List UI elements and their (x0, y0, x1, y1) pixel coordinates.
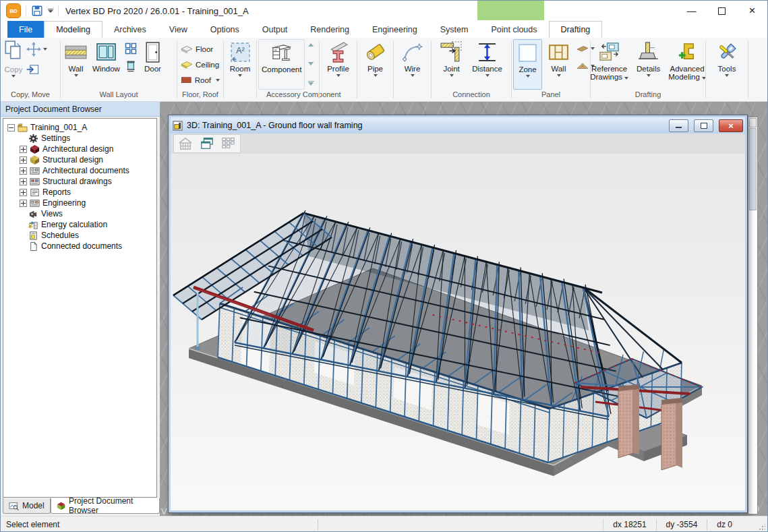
tree-item-structural-design[interactable]: Structural design (3, 154, 156, 165)
viewport-close-button[interactable]: × (719, 119, 743, 132)
details-button[interactable]: Details (634, 39, 663, 90)
tab-archives[interactable]: Archives (102, 21, 158, 38)
browser-tab-icon (57, 502, 65, 510)
expand-icon[interactable] (20, 189, 27, 196)
window-controls: — × (676, 1, 767, 21)
group-floor-roof: Floor Ceiling Roof Floor, Roof (177, 38, 223, 101)
component-button[interactable]: Component (258, 39, 305, 90)
tree-item-views[interactable]: Views (3, 208, 156, 219)
tree-item-reports[interactable]: Reports (3, 187, 156, 198)
tab-view[interactable]: View (158, 21, 199, 38)
resize-grip[interactable] (759, 524, 765, 531)
collapse-icon[interactable] (7, 124, 15, 131)
profile-button[interactable]: Profile (324, 39, 352, 90)
dropdown-arrow-icon (374, 74, 378, 77)
qat-customize-icon[interactable] (48, 9, 53, 13)
tree-item-structural-drawings[interactable]: Structural drawings (3, 176, 156, 187)
tree-item-energy-calculation[interactable]: Energy calculation (3, 219, 156, 230)
window-button[interactable]: Window (90, 39, 123, 90)
door-button[interactable]: Door (139, 39, 167, 90)
tab-point-clouds[interactable]: Point clouds (479, 21, 548, 38)
group-label: Accessory Component (257, 90, 319, 101)
roof-button[interactable]: Roof (179, 73, 222, 88)
tab-drafting[interactable]: Drafting (549, 21, 603, 38)
storey-view-button[interactable] (175, 136, 196, 152)
app-logo-icon[interactable]: BD (6, 3, 21, 18)
joint-button[interactable]: Joint (438, 39, 465, 90)
tree-item-settings[interactable]: Settings (3, 133, 156, 144)
window-grid-icon[interactable] (124, 42, 138, 55)
tree-item-connected-documents[interactable]: Connected documents (3, 241, 156, 252)
status-bar: Select element dx 18251 dy -3554 dz 0 (1, 516, 767, 532)
tab-system[interactable]: System (429, 21, 480, 38)
move-to-drawing-icon[interactable] (26, 63, 40, 76)
expand-icon[interactable] (20, 156, 27, 164)
architectural-design-icon (30, 144, 40, 154)
room-button[interactable]: A² Room (227, 39, 254, 90)
pipe-button[interactable]: Pipe (361, 39, 389, 90)
tree-item-schedules[interactable]: Schedules (3, 230, 156, 241)
tile-windows-button[interactable] (218, 136, 239, 152)
dropdown-arrow-icon (624, 77, 628, 80)
window-opening-icon[interactable] (124, 59, 138, 73)
new-window-button[interactable] (197, 136, 217, 152)
tree-item-engineering[interactable]: Engineering (3, 198, 156, 208)
scrollbar-button[interactable] (749, 118, 757, 127)
tab-options[interactable]: Options (199, 21, 251, 38)
viewport-toolbar (171, 134, 745, 154)
advanced-modeling-button[interactable]: Advanced Modeling (666, 39, 709, 90)
maximize-button[interactable] (707, 1, 737, 21)
tab-output[interactable]: Output (251, 21, 299, 38)
dropdown-arrow-icon (411, 74, 415, 77)
viewport-minimize-button[interactable] (669, 119, 688, 132)
expand-icon[interactable] (20, 178, 27, 185)
save-icon[interactable] (31, 5, 43, 17)
tab-model[interactable]: Model (3, 498, 51, 514)
wall-button[interactable]: Wall (62, 39, 90, 90)
zone-icon (516, 42, 539, 64)
floor-button[interactable]: Floor (179, 42, 222, 57)
expand-icon[interactable] (20, 167, 27, 175)
document-icon (28, 241, 38, 252)
component-scroll[interactable] (305, 39, 317, 90)
ribbon-tab-bar: File Modeling Archives View Options Outp… (1, 21, 767, 38)
background-scrollbar[interactable] (748, 117, 758, 514)
viewport-canvas[interactable] (171, 154, 745, 510)
tree-item-root[interactable]: Training_001_A (3, 122, 156, 133)
ceiling-button[interactable]: Ceiling (179, 57, 222, 72)
move-button[interactable] (26, 42, 47, 57)
tree-item-architectural-design[interactable]: Architectural design (3, 144, 156, 154)
tools-button[interactable]: Tools (713, 39, 741, 90)
scrollbar-thumb[interactable] (749, 128, 757, 210)
divider (318, 519, 318, 531)
schedules-icon (28, 231, 38, 241)
tab-modeling[interactable]: Modeling (44, 21, 102, 38)
drafting-highlight-flag (477, 1, 544, 20)
expand-icon[interactable] (20, 146, 27, 153)
gallery-more-icon[interactable] (308, 81, 314, 86)
distance-button[interactable]: Distance (469, 39, 505, 90)
zone-button[interactable]: Zone (513, 39, 542, 90)
tab-rendering[interactable]: Rendering (299, 21, 361, 38)
minimize-button[interactable]: — (676, 1, 707, 21)
scroll-down-icon[interactable] (308, 62, 314, 65)
tab-file[interactable]: File (7, 21, 44, 38)
tree-item-architectural-documents[interactable]: Architectural documents (3, 165, 156, 176)
title-bar: BD Vertex BD Pro 2020 / 26.0.01 - Traini… (1, 1, 767, 21)
reference-drawings-button[interactable]: Reference Drawings (587, 39, 631, 90)
viewport-restore-button[interactable] (694, 119, 713, 132)
project-document-browser-panel: Project Document Browser Training_001_A (1, 102, 160, 516)
wire-button[interactable]: Wire (398, 39, 426, 90)
model-tab-icon (9, 502, 19, 510)
3d-building-model[interactable] (173, 210, 702, 476)
expand-icon[interactable] (20, 200, 27, 207)
close-button[interactable]: × (737, 1, 767, 21)
panel-wall-icon (548, 41, 570, 63)
copy-icon[interactable] (2, 39, 25, 62)
copy-split-button[interactable]: Copy (5, 64, 23, 73)
tab-project-document-browser[interactable]: Project Document Browser (51, 498, 160, 514)
scroll-up-icon[interactable] (308, 43, 314, 47)
panel-wall-button[interactable]: Wall (545, 39, 572, 90)
tab-engineering[interactable]: Engineering (361, 21, 429, 38)
viewport-title-bar[interactable]: 3D: Training_001_A - Ground floor wall f… (171, 117, 745, 134)
